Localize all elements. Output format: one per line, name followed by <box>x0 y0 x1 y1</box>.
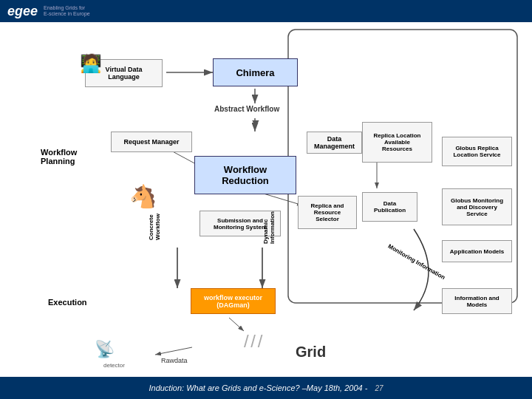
svg-line-13 <box>229 318 244 331</box>
abstract-workflow-label: Abstract Workflow <box>214 105 279 113</box>
dynamic-information-label: Dynamic Information <box>262 185 276 244</box>
workflow-executor-box: workflow executor (DAGman) <box>191 288 276 314</box>
replica-resource-box: Replica and Resource Selector <box>298 196 357 229</box>
data-publication-box: Data Publication <box>362 192 417 222</box>
svg-line-14 <box>155 347 192 355</box>
worker-figure: 🧑‍💻 <box>80 53 102 74</box>
globus-monitoring-box: Globus Monitoring and Discovery Service <box>442 188 512 225</box>
page-number: 27 <box>375 384 383 392</box>
information-models-box: Information and Models <box>442 288 512 314</box>
replica-location-box: Replica Location Available Resources <box>362 122 432 163</box>
grid-label: Grid <box>296 344 326 361</box>
rawdata-label: Rawdata <box>161 357 188 364</box>
workflow-planning-label: Workflow Planning <box>41 148 77 166</box>
chimera-box: Chimera <box>213 58 298 86</box>
request-manager-box: Request Manager <box>111 132 192 152</box>
monitoring-information-label: Monitoring Information <box>387 243 446 282</box>
egee-subtitle: Enabling Grids forE-science in Europe <box>44 5 90 18</box>
application-models-box: Application Models <box>442 240 512 262</box>
footer-text: Induction: What are Grids and e-Science?… <box>149 383 367 392</box>
workflow-reduction-box: Workflow Reduction <box>194 156 296 194</box>
egee-logo: egee <box>7 4 38 19</box>
globus-replica-box: Globus Replica Location Service <box>442 137 512 166</box>
detector-icon: 📡 <box>95 340 115 359</box>
concrete-workflow-label: Concrete Workflow <box>148 188 161 240</box>
detector-label: detector <box>103 362 125 369</box>
execution-label: Execution <box>48 298 87 307</box>
footer: Induction: What are Grids and e-Science?… <box>0 377 532 399</box>
main-content: Virtual Data Language Chimera Abstract W… <box>0 22 532 377</box>
header-bar: egee Enabling Grids forE-science in Euro… <box>0 0 532 22</box>
data-management-box: Data Management <box>307 132 362 154</box>
